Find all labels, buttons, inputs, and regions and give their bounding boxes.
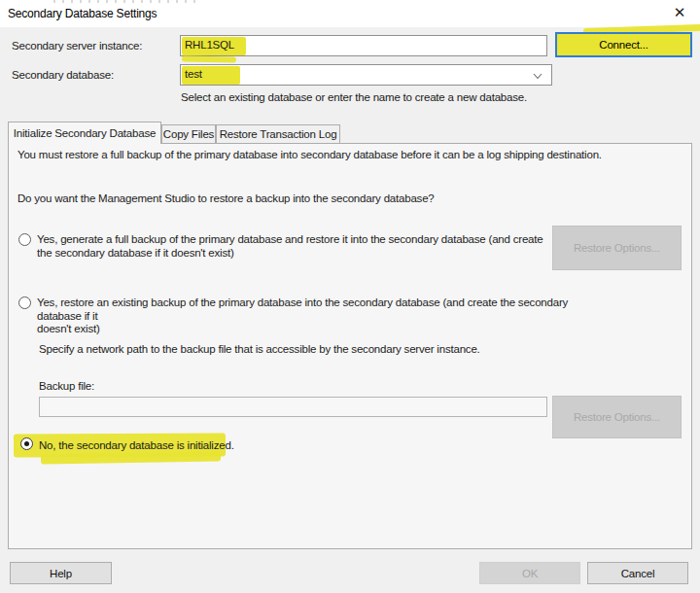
radio-initialized-label: No, the secondary database is initialize… (39, 439, 234, 451)
intro-text: You must restore a full backup of the pr… (18, 149, 683, 160)
connect-button[interactable]: Connect... (555, 32, 692, 57)
tab-initialize-secondary-database[interactable]: Initialize Secondary Database (8, 122, 161, 144)
radio-generate-backup[interactable] (18, 233, 31, 246)
connect-button-label: Connect... (599, 39, 648, 51)
server-instance-value: RHL1SQL (185, 39, 234, 51)
restore-options-button-1: Restore Options... (552, 226, 682, 270)
database-value: test (185, 68, 202, 80)
tab-label: Initialize Secondary Database (14, 127, 156, 139)
database-hint: Select an existing database or enter the… (181, 91, 527, 103)
restore-options-button-2: Restore Options... (552, 396, 682, 438)
tab-copy-files[interactable]: Copy Files (161, 124, 216, 144)
radio-restore-existing[interactable] (18, 296, 31, 309)
radio-selected-dot (24, 441, 29, 446)
question-text: Do you want the Management Studio to res… (18, 192, 683, 204)
radio-initialized[interactable] (20, 437, 33, 450)
tab-restore-transaction-log[interactable]: Restore Transaction Log (216, 124, 340, 144)
ok-button: OK (479, 562, 580, 584)
server-instance-label: Secondary server instance: (12, 40, 142, 52)
database-combobox[interactable]: test (180, 64, 552, 86)
tab-label: Copy Files (163, 128, 214, 140)
tab-label: Restore Transaction Log (220, 128, 337, 140)
radio-generate-backup-label: Yes, generate a full backup of the prima… (37, 233, 552, 260)
help-button[interactable]: Help (10, 562, 112, 584)
cancel-button[interactable]: Cancel (587, 562, 688, 584)
chevron-down-icon[interactable] (532, 70, 543, 82)
dialog-title: Secondary Database Settings (8, 7, 157, 20)
backup-file-label: Backup file: (39, 380, 94, 392)
backup-file-input (39, 397, 547, 417)
radio-restore-existing-label: Yes, restore an existing backup of the p… (37, 296, 581, 336)
server-instance-input[interactable]: RHL1SQL (180, 35, 547, 56)
close-icon[interactable]: ✕ (669, 3, 690, 22)
database-label: Secondary database: (12, 69, 114, 81)
screenshot-crop-remnant (53, 0, 199, 3)
marker-stroke-under-server (182, 56, 236, 63)
network-path-hint: Specify a network path to the backup fil… (39, 343, 642, 355)
